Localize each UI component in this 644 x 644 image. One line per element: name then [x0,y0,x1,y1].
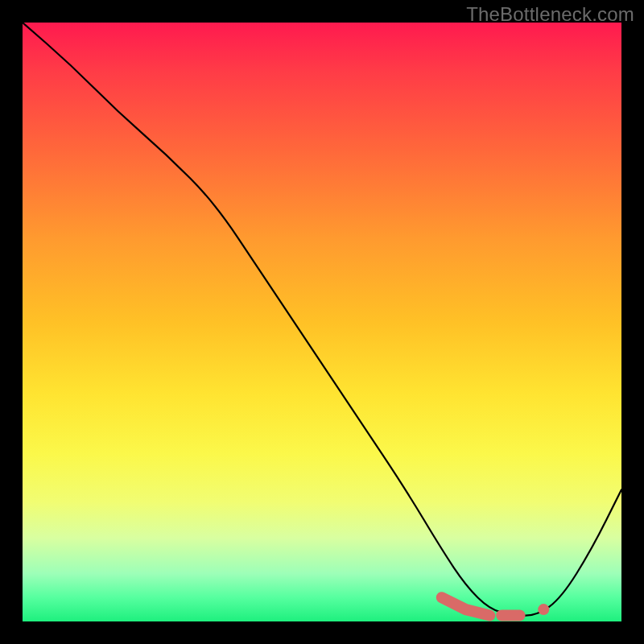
bottleneck-curve [23,23,621,616]
chart-area [23,23,621,621]
highlight-group [442,597,549,615]
bottleneck-chart [23,23,621,621]
highlight-point [538,604,549,615]
watermark-text: TheBottleneck.com [466,3,634,26]
highlight-segment [442,597,490,615]
